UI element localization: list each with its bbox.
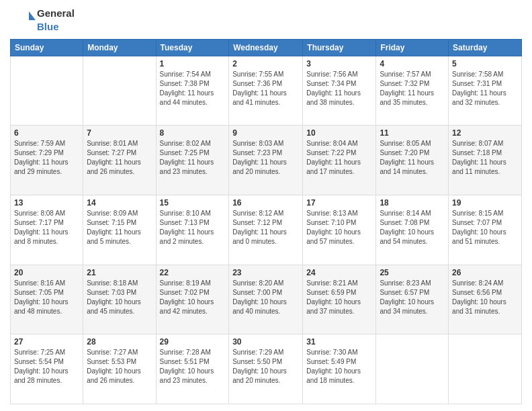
day-info: Sunrise: 8:21 AMSunset: 6:59 PMDaylight:… [306, 279, 372, 316]
day-number: 30 [232, 337, 299, 347]
day-info: Sunrise: 7:59 AMSunset: 7:29 PMDaylight:… [14, 139, 79, 177]
day-number: 21 [87, 268, 152, 277]
calendar-cell: 3Sunrise: 7:56 AMSunset: 7:34 PMDaylight… [303, 56, 376, 126]
day-number: 27 [14, 337, 79, 347]
day-number: 16 [232, 198, 299, 208]
calendar-cell: 21Sunrise: 8:18 AMSunset: 7:03 PMDayligh… [83, 265, 156, 334]
calendar-header-row: SundayMondayTuesdayWednesdayThursdayFrid… [11, 39, 522, 56]
day-header-sunday: Sunday [11, 39, 83, 56]
day-info: Sunrise: 7:54 AMSunset: 7:38 PMDaylight:… [160, 70, 226, 107]
day-info: Sunrise: 8:01 AMSunset: 7:27 PMDaylight:… [87, 139, 152, 177]
calendar-cell: 10Sunrise: 8:04 AMSunset: 7:22 PMDayligh… [303, 126, 376, 195]
day-number: 28 [87, 337, 152, 347]
logo: GeneralBlue [10, 7, 75, 34]
calendar-cell: 16Sunrise: 8:12 AMSunset: 7:12 PMDayligh… [229, 195, 303, 265]
day-info: Sunrise: 8:18 AMSunset: 7:03 PMDaylight:… [87, 279, 152, 316]
day-header-monday: Monday [83, 39, 156, 56]
logo-icon [10, 8, 37, 32]
day-info: Sunrise: 8:20 AMSunset: 7:00 PMDaylight:… [232, 279, 299, 316]
day-info: Sunrise: 7:58 AMSunset: 7:31 PMDaylight:… [452, 70, 518, 107]
header: GeneralBlue [10, 7, 522, 34]
calendar-cell: 24Sunrise: 8:21 AMSunset: 6:59 PMDayligh… [303, 265, 376, 334]
calendar-cell: 26Sunrise: 8:24 AMSunset: 6:56 PMDayligh… [449, 265, 522, 334]
calendar-cell [449, 334, 522, 404]
day-number: 13 [14, 198, 79, 208]
day-info: Sunrise: 8:08 AMSunset: 7:17 PMDaylight:… [14, 209, 79, 246]
day-info: Sunrise: 7:55 AMSunset: 7:36 PMDaylight:… [232, 70, 299, 107]
day-number: 24 [306, 268, 372, 277]
day-number: 7 [87, 128, 152, 138]
day-number: 8 [160, 128, 226, 138]
day-number: 6 [14, 128, 79, 138]
day-number: 11 [380, 128, 445, 138]
day-header-saturday: Saturday [449, 39, 522, 56]
calendar-cell: 8Sunrise: 8:02 AMSunset: 7:25 PMDaylight… [156, 126, 229, 195]
day-info: Sunrise: 8:19 AMSunset: 7:02 PMDaylight:… [160, 279, 226, 316]
calendar-cell [376, 334, 449, 404]
day-info: Sunrise: 8:05 AMSunset: 7:20 PMDaylight:… [380, 139, 445, 177]
calendar-cell: 25Sunrise: 8:23 AMSunset: 6:57 PMDayligh… [376, 265, 449, 334]
calendar-cell: 5Sunrise: 7:58 AMSunset: 7:31 PMDaylight… [449, 56, 522, 126]
day-number: 29 [160, 337, 226, 347]
day-number: 12 [452, 128, 518, 138]
day-info: Sunrise: 8:10 AMSunset: 7:13 PMDaylight:… [160, 209, 226, 246]
day-number: 23 [232, 268, 299, 277]
calendar-cell: 17Sunrise: 8:13 AMSunset: 7:10 PMDayligh… [303, 195, 376, 265]
calendar-week-row: 1Sunrise: 7:54 AMSunset: 7:38 PMDaylight… [11, 56, 522, 126]
day-info: Sunrise: 7:56 AMSunset: 7:34 PMDaylight:… [306, 70, 372, 107]
day-info: Sunrise: 8:02 AMSunset: 7:25 PMDaylight:… [160, 139, 226, 177]
day-info: Sunrise: 8:03 AMSunset: 7:23 PMDaylight:… [232, 139, 299, 177]
calendar-cell: 30Sunrise: 7:29 AMSunset: 5:50 PMDayligh… [229, 334, 303, 404]
day-info: Sunrise: 8:07 AMSunset: 7:18 PMDaylight:… [452, 139, 518, 177]
calendar-cell: 1Sunrise: 7:54 AMSunset: 7:38 PMDaylight… [156, 56, 229, 126]
day-header-tuesday: Tuesday [156, 39, 229, 56]
calendar-cell: 14Sunrise: 8:09 AMSunset: 7:15 PMDayligh… [83, 195, 156, 265]
calendar-cell: 27Sunrise: 7:25 AMSunset: 5:54 PMDayligh… [11, 334, 83, 404]
day-info: Sunrise: 8:15 AMSunset: 7:07 PMDaylight:… [452, 209, 518, 246]
calendar-cell: 22Sunrise: 8:19 AMSunset: 7:02 PMDayligh… [156, 265, 229, 334]
logo-blue-text: Blue [37, 21, 59, 32]
svg-marker-0 [29, 11, 36, 20]
logo-general-text: General [37, 7, 75, 19]
calendar-cell: 4Sunrise: 7:57 AMSunset: 7:32 PMDaylight… [376, 56, 449, 126]
day-number: 31 [306, 337, 372, 347]
day-info: Sunrise: 7:57 AMSunset: 7:32 PMDaylight:… [380, 70, 445, 107]
day-number: 20 [14, 268, 79, 277]
day-number: 14 [87, 198, 152, 208]
day-number: 26 [452, 268, 518, 277]
calendar-cell: 31Sunrise: 7:30 AMSunset: 5:49 PMDayligh… [303, 334, 376, 404]
calendar-cell: 12Sunrise: 8:07 AMSunset: 7:18 PMDayligh… [449, 126, 522, 195]
page: GeneralBlue SundayMondayTuesdayWednesday… [0, 0, 532, 411]
day-info: Sunrise: 8:09 AMSunset: 7:15 PMDaylight:… [87, 209, 152, 246]
calendar-cell: 7Sunrise: 8:01 AMSunset: 7:27 PMDaylight… [83, 126, 156, 195]
day-number: 10 [306, 128, 372, 138]
calendar-table: SundayMondayTuesdayWednesdayThursdayFrid… [10, 39, 522, 404]
day-number: 4 [380, 59, 445, 68]
day-number: 15 [160, 198, 226, 208]
day-info: Sunrise: 7:30 AMSunset: 5:49 PMDaylight:… [306, 348, 372, 385]
calendar-cell: 15Sunrise: 8:10 AMSunset: 7:13 PMDayligh… [156, 195, 229, 265]
day-number: 1 [160, 59, 226, 68]
calendar-cell: 13Sunrise: 8:08 AMSunset: 7:17 PMDayligh… [11, 195, 83, 265]
day-number: 22 [160, 268, 226, 277]
day-info: Sunrise: 8:13 AMSunset: 7:10 PMDaylight:… [306, 209, 372, 246]
day-info: Sunrise: 8:23 AMSunset: 6:57 PMDaylight:… [380, 279, 445, 316]
day-info: Sunrise: 8:14 AMSunset: 7:08 PMDaylight:… [380, 209, 445, 246]
calendar-week-row: 27Sunrise: 7:25 AMSunset: 5:54 PMDayligh… [11, 334, 522, 404]
calendar-cell: 18Sunrise: 8:14 AMSunset: 7:08 PMDayligh… [376, 195, 449, 265]
calendar-week-row: 13Sunrise: 8:08 AMSunset: 7:17 PMDayligh… [11, 195, 522, 265]
calendar-cell: 20Sunrise: 8:16 AMSunset: 7:05 PMDayligh… [11, 265, 83, 334]
day-info: Sunrise: 7:25 AMSunset: 5:54 PMDaylight:… [14, 348, 79, 385]
day-info: Sunrise: 8:16 AMSunset: 7:05 PMDaylight:… [14, 279, 79, 316]
day-number: 25 [380, 268, 445, 277]
day-number: 9 [232, 128, 299, 138]
calendar-week-row: 20Sunrise: 8:16 AMSunset: 7:05 PMDayligh… [11, 265, 522, 334]
calendar-cell: 28Sunrise: 7:27 AMSunset: 5:53 PMDayligh… [83, 334, 156, 404]
calendar-cell: 19Sunrise: 8:15 AMSunset: 7:07 PMDayligh… [449, 195, 522, 265]
calendar-cell: 29Sunrise: 7:28 AMSunset: 5:51 PMDayligh… [156, 334, 229, 404]
calendar-cell: 23Sunrise: 8:20 AMSunset: 7:00 PMDayligh… [229, 265, 303, 334]
day-number: 5 [452, 59, 518, 68]
day-header-thursday: Thursday [303, 39, 376, 56]
calendar-cell: 11Sunrise: 8:05 AMSunset: 7:20 PMDayligh… [376, 126, 449, 195]
day-header-wednesday: Wednesday [229, 39, 303, 56]
